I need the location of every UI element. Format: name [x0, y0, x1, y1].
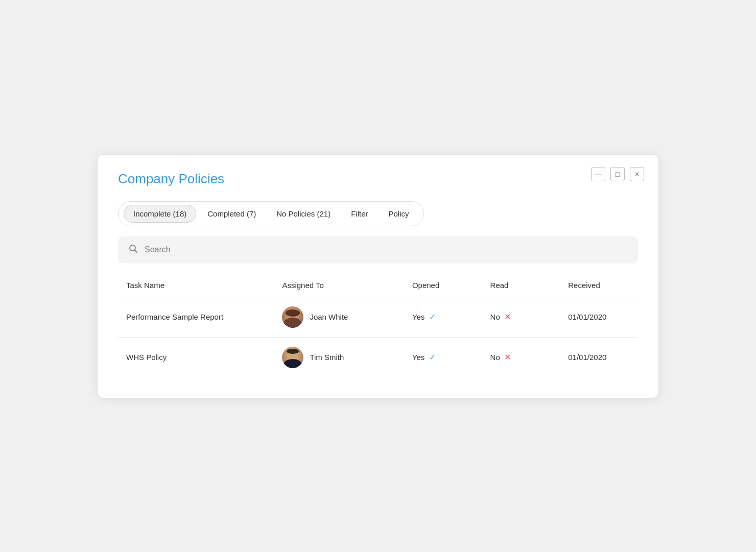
table-row: Performance Sample Report Joan White Yes…	[118, 297, 638, 337]
read-cell: No ✕	[482, 297, 560, 337]
read-cell: No ✕	[482, 337, 560, 377]
cross-icon: ✕	[504, 353, 511, 362]
svg-line-1	[135, 250, 137, 252]
check-icon: ✓	[429, 313, 436, 321]
maximize-button[interactable]: □	[610, 167, 625, 181]
maximize-icon: □	[616, 170, 620, 178]
received-cell: 01/01/2020	[560, 337, 638, 377]
task-name-cell: Performance Sample Report	[118, 297, 274, 337]
check-icon: ✓	[429, 353, 436, 362]
tab-no-policies[interactable]: No Policies (21)	[267, 205, 340, 222]
tab-incomplete[interactable]: Incomplete (18)	[124, 205, 196, 223]
opened-cell: Yes ✓	[404, 337, 482, 377]
close-icon: ×	[635, 170, 639, 178]
col-header-opened: Opened	[404, 276, 482, 297]
window-controls: — □ ×	[591, 167, 644, 181]
policies-table: Task Name Assigned To Opened Read Receiv…	[118, 276, 638, 377]
search-icon	[128, 244, 138, 256]
tab-filter[interactable]: Filter	[342, 205, 377, 222]
received-cell: 01/01/2020	[560, 297, 638, 337]
cross-icon: ✕	[504, 313, 511, 321]
col-header-assigned: Assigned To	[274, 276, 404, 297]
table-row: WHS Policy Tim Smith Yes ✓ No ✕	[118, 337, 638, 377]
col-header-task: Task Name	[118, 276, 274, 297]
assigned-to-cell: Joan White	[274, 297, 404, 337]
search-bar	[118, 236, 638, 263]
col-header-read: Read	[482, 276, 560, 297]
main-window: — □ × Company Policies Incomplete (18) C…	[97, 154, 659, 398]
avatar	[282, 306, 303, 328]
assigned-to-cell: Tim Smith	[274, 337, 404, 377]
assignee-name: Joan White	[310, 313, 348, 321]
tab-policy[interactable]: Policy	[379, 205, 418, 222]
tabs-bar: Incomplete (18) Completed (7) No Policie…	[118, 201, 424, 226]
page-title: Company Policies	[118, 171, 638, 187]
close-button[interactable]: ×	[630, 167, 644, 181]
search-input[interactable]	[145, 245, 628, 254]
tab-completed[interactable]: Completed (7)	[198, 205, 265, 222]
col-header-received: Received	[560, 276, 638, 297]
opened-cell: Yes ✓	[404, 297, 482, 337]
assignee-name: Tim Smith	[310, 353, 344, 362]
avatar	[282, 347, 303, 368]
minimize-icon: —	[595, 170, 602, 178]
minimize-button[interactable]: —	[591, 167, 605, 181]
task-name-cell: WHS Policy	[118, 337, 274, 377]
